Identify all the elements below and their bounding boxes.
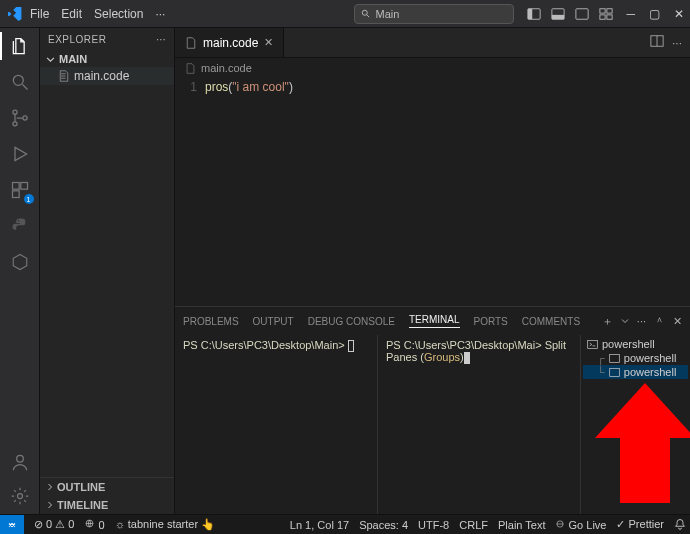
terminal-icon	[609, 367, 620, 378]
svg-rect-5	[552, 14, 564, 18]
extension-badge: 1	[24, 194, 34, 204]
file-item-main[interactable]: main.code	[40, 67, 174, 85]
panel-more-icon[interactable]: ···	[637, 315, 646, 327]
svg-point-11	[13, 75, 23, 85]
menu-selection[interactable]: Selection	[94, 7, 143, 21]
split-editor-icon[interactable]	[650, 34, 664, 51]
code-line: pros("i am cool")	[205, 80, 293, 304]
svg-point-20	[17, 494, 22, 499]
svg-point-0	[363, 10, 368, 15]
status-encoding[interactable]: UTF-8	[418, 519, 449, 531]
remote-indicator[interactable]	[0, 515, 24, 535]
activity-settings-icon[interactable]	[8, 484, 32, 508]
tab-main-code[interactable]: main.code ✕	[175, 28, 284, 57]
status-line-col[interactable]: Ln 1, Col 17	[290, 519, 349, 531]
svg-rect-17	[20, 183, 27, 190]
new-terminal-icon[interactable]: ＋	[602, 314, 613, 329]
svg-rect-7	[600, 8, 605, 12]
status-prettier[interactable]: ✓ Prettier	[616, 518, 664, 531]
chevron-down-icon	[46, 55, 55, 64]
status-notifications-icon[interactable]	[674, 518, 686, 532]
terminal-2[interactable]: PS C:\Users\PC3\Desktop\Mai> Split Panes…	[377, 335, 580, 514]
status-ports[interactable]: 0	[84, 518, 104, 531]
breadcrumb[interactable]: main.code	[175, 58, 690, 78]
terminal-icon	[587, 339, 598, 350]
command-center[interactable]: Main	[354, 4, 514, 24]
explorer-title: EXPLORER	[48, 34, 106, 45]
svg-point-13	[12, 110, 16, 114]
window-close-icon[interactable]: ✕	[674, 7, 684, 21]
activity-explorer-icon[interactable]	[8, 34, 32, 58]
layout-panel-icon[interactable]	[550, 6, 566, 22]
panel-tab-terminal[interactable]: TERMINAL	[409, 314, 460, 328]
terminal-list: powershell ┌ powershell └ powershell	[580, 335, 690, 514]
svg-rect-18	[12, 191, 19, 198]
panel-tab-problems[interactable]: PROBLEMS	[183, 316, 239, 327]
svg-rect-10	[607, 14, 612, 18]
svg-rect-6	[576, 8, 588, 19]
customize-layout-icon[interactable]	[598, 6, 614, 22]
terminal-icon	[609, 353, 620, 364]
maximize-panel-icon[interactable]: ＾	[654, 314, 665, 329]
explorer-sidebar: EXPLORER ··· MAIN main.code OUTLINE TIME…	[40, 28, 175, 514]
file-icon	[185, 37, 197, 49]
status-golive[interactable]: Go Live	[555, 519, 606, 531]
window-minimize-icon[interactable]: ─	[626, 7, 635, 21]
menu-file[interactable]: File	[30, 7, 49, 21]
panel-tab-output[interactable]: OUTPUT	[253, 316, 294, 327]
panel-tab-comments[interactable]: COMMENTS	[522, 316, 580, 327]
editor-area: main.code ✕ ··· main.code 1 pros("i am c…	[175, 28, 690, 514]
svg-rect-25	[609, 368, 619, 376]
timeline-section[interactable]: TIMELINE	[40, 496, 174, 514]
activity-scm-icon[interactable]	[8, 106, 32, 130]
search-icon	[361, 9, 371, 19]
activity-debug-icon[interactable]	[8, 142, 32, 166]
svg-point-14	[12, 122, 16, 126]
activity-search-icon[interactable]	[8, 70, 32, 94]
layout-sidebar-left-icon[interactable]	[526, 6, 542, 22]
status-eol[interactable]: CRLF	[459, 519, 488, 531]
svg-point-15	[22, 116, 26, 120]
activity-python-icon[interactable]	[8, 214, 32, 238]
folder-header[interactable]: MAIN	[40, 51, 174, 67]
panel-tab-debug[interactable]: DEBUG CONSOLE	[308, 316, 395, 327]
chevron-right-icon	[46, 483, 54, 491]
panel-tabs: PROBLEMS OUTPUT DEBUG CONSOLE TERMINAL P…	[175, 307, 690, 335]
panel-tab-ports[interactable]: PORTS	[474, 316, 508, 327]
menu-overflow[interactable]: ···	[155, 7, 165, 21]
terminal-dropdown-icon[interactable]	[621, 315, 629, 327]
more-icon[interactable]: ···	[672, 36, 682, 50]
cursor-icon	[464, 352, 470, 364]
editor-tabs: main.code ✕ ···	[175, 28, 690, 58]
terminal-list-item[interactable]: powershell	[583, 337, 688, 351]
activity-account-icon[interactable]	[8, 450, 32, 474]
terminal-list-item[interactable]: └ powershell	[583, 365, 688, 379]
explorer-more-icon[interactable]: ···	[156, 34, 166, 45]
menu-bar: File Edit Selection ···	[30, 7, 165, 21]
activity-bar: 1	[0, 28, 40, 514]
terminal-1[interactable]: PS C:\Users\PC3\Desktop\Main>	[175, 335, 377, 514]
close-panel-icon[interactable]: ✕	[673, 315, 682, 328]
file-icon	[185, 63, 196, 74]
outline-section[interactable]: OUTLINE	[40, 478, 174, 496]
window-maximize-icon[interactable]: ▢	[649, 7, 660, 21]
vscode-logo-icon	[6, 5, 24, 23]
status-spaces[interactable]: Spaces: 4	[359, 519, 408, 531]
status-tabnine[interactable]: ☼ tabnine starter 👆	[115, 518, 216, 531]
gutter: 1	[175, 80, 205, 304]
svg-rect-24	[609, 354, 619, 362]
file-icon	[58, 70, 70, 82]
status-problems[interactable]: ⊘ 0 ⚠ 0	[34, 518, 74, 531]
menu-edit[interactable]: Edit	[61, 7, 82, 21]
bottom-panel: PROBLEMS OUTPUT DEBUG CONSOLE TERMINAL P…	[175, 306, 690, 514]
close-icon[interactable]: ✕	[264, 36, 273, 49]
titlebar: File Edit Selection ··· Main ─ ▢ ✕	[0, 0, 690, 28]
svg-line-12	[22, 85, 27, 90]
code-editor[interactable]: 1 pros("i am cool")	[175, 78, 690, 306]
activity-hex-icon[interactable]	[8, 250, 32, 274]
activity-extensions-icon[interactable]: 1	[8, 178, 32, 202]
terminal-list-item[interactable]: ┌ powershell	[583, 351, 688, 365]
status-language[interactable]: Plain Text	[498, 519, 546, 531]
command-center-label: Main	[375, 8, 399, 20]
layout-sidebar-right-icon[interactable]	[574, 6, 590, 22]
